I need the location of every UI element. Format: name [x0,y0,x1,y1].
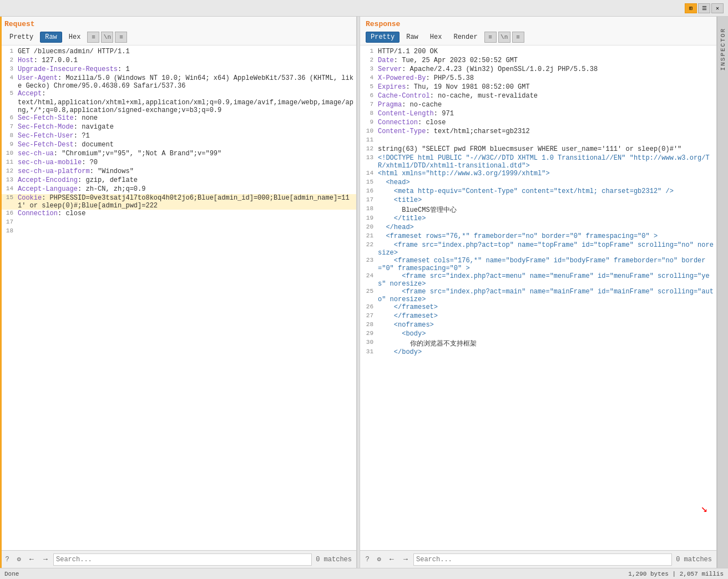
line-num-9: 9 [362,119,378,125]
line-content-22: <frame src="index.php?act=top" name="top… [378,241,714,257]
line-5: 5Accept: [0,90,356,99]
line-content-17: Connection: close [18,210,354,217]
tab-raw-req[interactable]: Raw [40,32,62,43]
line-10: 9Sec-Fetch-Dest: document [0,141,356,150]
line-13: 12sec-ch-ua-platform: "Windows" [0,167,356,176]
line-24: 24 <frame src="index.php?act=menu" name=… [360,272,716,288]
line-num-6: 6 [362,92,378,99]
stream-icon-req[interactable]: ≡ [87,32,99,43]
search-input-req[interactable] [53,553,312,566]
line-num-17: 16 [2,210,18,216]
tab-pretty-res[interactable]: Pretty [366,32,400,43]
line-content-19: </title> [378,215,714,222]
response-bottom-bar: ? ⚙ ← → 0 matches [360,550,716,568]
line-19: 18 [0,227,356,236]
line-content-14: Accept-Encoding: gzip, deflate [18,176,354,184]
line-content-29: <body> [378,330,714,338]
tab-render-res[interactable]: Render [448,32,482,43]
line-content-14: <html xmlns="http://www.w3.org/1999/xhtm… [378,170,714,177]
line-num-26: 26 [362,303,378,310]
help-icon-res[interactable]: ? [362,555,372,565]
newline-icon-req[interactable]: \n [101,32,113,43]
response-panel: Response Pretty Raw Hex Render ≡ \n ≡ 1H… [360,17,717,568]
line-num-5: 5 [2,90,18,96]
line-content-1: HTTP/1.1 200 OK [378,48,714,55]
newline-icon-res[interactable]: \n [498,32,510,43]
line-num-2: 2 [2,57,18,63]
line-content-3: Upgrade-Insecure-Requests: 1 [18,65,354,73]
line-num-15: 15 [362,179,378,185]
line-31: 31 </body> [360,348,716,357]
line-num-29: 29 [362,330,378,337]
line-num-2: 2 [362,57,378,63]
settings-icon-res[interactable]: ⚙ [374,555,384,565]
line-30: 30 你的浏览器不支持框架 [360,339,716,348]
line-22: 22 <frame src="index.php?act=top" name="… [360,241,716,257]
line-num-23: 23 [362,257,378,263]
line-num-7: 6 [2,114,18,121]
line-content-2: Host: 127.0.0.1 [18,57,354,64]
line-28: 28 <noframes> [360,321,716,330]
close-button[interactable]: ✕ [711,3,724,13]
line-num-30: 30 [362,339,378,346]
response-toolbar: Pretty Raw Hex Render ≡ \n ≡ [366,32,711,43]
left-indicator [0,17,2,568]
line-content-7: Pragma: no-cache [378,101,714,109]
forward-arrow-res[interactable]: → [400,553,412,566]
line-num-18: 17 [2,219,18,225]
line-num-24: 24 [362,272,378,279]
back-arrow-req[interactable]: ← [26,553,38,566]
line-content-26: </frameset> [378,303,714,311]
settings-icon-req[interactable]: ⚙ [14,555,24,565]
grid-view-button[interactable]: ⊞ [685,3,697,13]
tab-raw-res[interactable]: Raw [401,32,423,43]
line-content-4: User-Agent: Mozilla/5.0 (Windows NT 10.0… [18,74,354,90]
stream-icon-res[interactable]: ≡ [484,32,497,43]
request-bottom-bar: ? ⚙ ← → 0 matches [0,550,356,568]
line-content-11: sec-ch-ua: "Chromium";v="95", ";Not A Br… [18,150,354,158]
line-content-6: text/html,application/xhtml+xml,applicat… [18,99,354,114]
line-content-15: <head> [378,179,714,186]
line-2: 2Host: 127.0.0.1 [0,57,356,65]
menu-icon-res[interactable]: ≡ [512,32,524,43]
line-num-8: 8 [362,110,378,116]
line-content-13: sec-ch-ua-platform: "Windows" [18,167,354,175]
line-18: 17 [0,219,356,227]
line-20: 20 </head> [360,224,716,232]
line-num-21: 21 [362,232,378,239]
help-icon-req[interactable]: ? [2,555,12,565]
line-7: 6Sec-Fetch-Site: none [0,114,356,123]
line-6: text/html,application/xhtml+xml,applicat… [0,99,356,114]
line-4: 4User-Agent: Mozilla/5.0 (Windows NT 10.… [0,74,356,90]
line-18: 18 BlueCMS管理中心 [360,205,716,215]
line-4: 4X-Powered-By: PHP/5.5.38 [360,74,716,83]
line-num-1: 1 [2,48,18,54]
line-num-7: 7 [362,101,378,108]
line-num-11: 10 [2,150,18,156]
back-arrow-res[interactable]: ← [386,553,398,566]
line-9: 8Sec-Fetch-User: ?1 [0,132,356,141]
line-num-13: 13 [362,154,378,161]
matches-text-req: 0 matches [314,556,354,563]
line-content-1: GET /bluecms/admin/ HTTP/1.1 [18,48,354,55]
line-27: 27 </frameset> [360,312,716,321]
response-title: Response [366,20,711,28]
menu-icon-req[interactable]: ≡ [115,32,127,43]
tab-hex-res[interactable]: Hex [425,32,447,43]
line-num-16: 16 [362,187,378,194]
line-num-19: 18 [2,227,18,234]
line-15: 15 <head> [360,179,716,187]
tab-hex-req[interactable]: Hex [64,32,86,43]
tab-pretty-req[interactable]: Pretty [4,32,38,43]
line-content-5: Accept: [18,90,354,98]
search-input-res[interactable] [413,553,672,566]
line-content-5: Expires: Thu, 19 Nov 1981 08:52:00 GMT [378,83,714,91]
line-content-20: </head> [378,224,714,231]
list-view-button[interactable]: ☰ [698,3,710,13]
forward-arrow-req[interactable]: → [39,553,52,566]
line-num-10: 9 [2,141,18,148]
status-right: 1,290 bytes | 2,057 millis [628,571,724,577]
main-content: Request Pretty Raw Hex ≡ \n ≡ 1GET /blue… [0,17,728,568]
top-bar-buttons: ⊞ ☰ ✕ [685,3,724,13]
line-num-10: 10 [362,128,378,134]
